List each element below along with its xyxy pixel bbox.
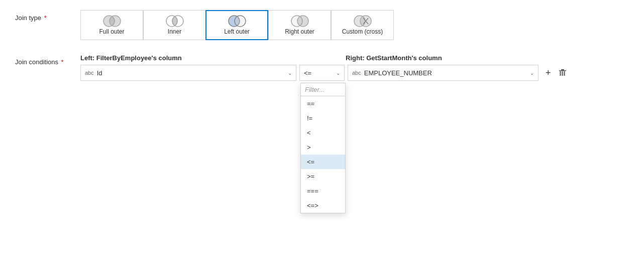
- conditions-inputs: abc Id ⌄ <= ⌄ abc EMPLOYEE_NUMBER ⌄: [80, 65, 569, 81]
- custom-cross-label: Custom (cross): [342, 28, 383, 35]
- conditions-headers: Left: FilterByEmployee's column Right: G…: [80, 54, 569, 62]
- join-type-group: Full outer Inner Left outer: [80, 10, 394, 40]
- op-item-between[interactable]: <=>: [301, 198, 345, 213]
- op-item-strict-eq[interactable]: ===: [301, 184, 345, 198]
- join-type-right-outer[interactable]: Right outer: [268, 10, 331, 40]
- full-outer-icon: [102, 14, 122, 28]
- left-outer-label: Left outer: [224, 28, 250, 35]
- op-item-lt[interactable]: <: [301, 125, 345, 140]
- join-conditions-required: *: [59, 58, 64, 66]
- right-column-dropdown[interactable]: abc EMPLOYEE_NUMBER ⌄: [348, 65, 539, 81]
- add-icon: +: [546, 68, 551, 78]
- right-column-chevron: ⌄: [530, 70, 534, 76]
- op-item-eq[interactable]: ==: [301, 96, 345, 111]
- join-type-required: *: [42, 14, 47, 22]
- op-item-gte[interactable]: >=: [301, 169, 345, 184]
- custom-cross-icon: [353, 14, 373, 28]
- right-column-value: EMPLOYEE_NUMBER: [364, 69, 530, 77]
- inner-icon: [165, 14, 185, 28]
- action-buttons: +: [544, 66, 569, 80]
- left-column-chevron: ⌄: [288, 70, 292, 76]
- svg-point-1: [110, 16, 121, 27]
- join-type-inner[interactable]: Inner: [143, 10, 206, 40]
- op-item-neq[interactable]: !=: [301, 111, 345, 125]
- join-type-custom-cross[interactable]: Custom (cross): [331, 10, 394, 40]
- main-container: Join type * Full outer Inner: [0, 0, 644, 268]
- svg-point-7: [297, 16, 308, 27]
- right-outer-icon: [290, 14, 310, 28]
- left-outer-icon: [227, 14, 247, 28]
- right-type-badge: abc: [352, 70, 361, 76]
- right-outer-label: Right outer: [285, 28, 314, 35]
- svg-rect-13: [561, 69, 564, 70]
- join-type-label: Join type *: [15, 10, 80, 22]
- add-condition-button[interactable]: +: [544, 66, 553, 80]
- join-conditions-label: Join conditions *: [15, 54, 80, 66]
- svg-rect-14: [560, 71, 561, 76]
- inner-label: Inner: [168, 28, 181, 35]
- left-column-dropdown[interactable]: abc Id ⌄: [80, 65, 296, 81]
- op-item-gt[interactable]: >: [301, 140, 345, 155]
- left-type-badge: abc: [85, 70, 94, 76]
- svg-rect-16: [564, 71, 565, 76]
- join-type-left-outer[interactable]: Left outer: [205, 10, 268, 40]
- join-type-full-outer[interactable]: Full outer: [80, 10, 143, 40]
- operator-dropdown-popup: == != < > <= >= === <=>: [300, 83, 346, 213]
- operator-dropdown[interactable]: <= ⌄: [299, 65, 345, 81]
- left-column-value: Id: [97, 69, 288, 77]
- join-type-row: Join type * Full outer Inner: [15, 10, 629, 40]
- join-type-text: Join type: [15, 14, 41, 22]
- svg-rect-12: [559, 70, 566, 71]
- full-outer-label: Full outer: [99, 28, 124, 35]
- operator-filter-input[interactable]: [301, 83, 345, 96]
- join-conditions-text: Join conditions: [15, 58, 58, 66]
- operator-value: <=: [304, 69, 336, 77]
- right-column-header: Right: GetStartMonth's column: [346, 54, 536, 62]
- svg-point-5: [235, 16, 246, 27]
- operator-chevron: ⌄: [336, 70, 340, 76]
- join-conditions-row: Join conditions * Left: FilterByEmployee…: [15, 54, 629, 81]
- delete-icon: [558, 68, 567, 77]
- delete-condition-button[interactable]: [556, 66, 569, 79]
- conditions-content: Left: FilterByEmployee's column Right: G…: [80, 54, 569, 81]
- left-column-header: Left: FilterByEmployee's column: [80, 54, 296, 62]
- op-item-lte[interactable]: <=: [301, 155, 345, 169]
- svg-rect-15: [562, 71, 563, 76]
